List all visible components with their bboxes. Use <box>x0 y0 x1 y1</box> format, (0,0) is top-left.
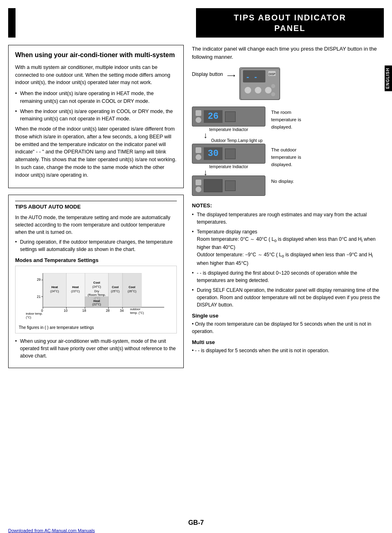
panel-2-icons <box>196 147 201 160</box>
panel-3-number-blank <box>204 179 223 192</box>
auto-mode-para1: In the AUTO mode, the temperature settin… <box>15 214 177 236</box>
svg-text:10: 10 <box>64 309 68 313</box>
multi-system-heading: When using your air-condi-tioner with mu… <box>15 51 177 60</box>
svg-text:Cool: Cool <box>94 281 100 285</box>
download-link[interactable]: Downloaded from AC-Manual.com Manuals <box>8 528 95 533</box>
auto-mode-bullet-2: When using your air-conditioner with mul… <box>15 338 177 360</box>
svg-text:(22°C): (22°C) <box>92 303 101 306</box>
panel-1-temp-label: temperature Indiactor <box>209 127 248 132</box>
panel-2-desc: The outdoor temperature is displayed. <box>271 147 301 168</box>
panel-2-small-box <box>225 149 236 159</box>
chart-note: The figures in ( ) are temperature setti… <box>19 325 173 330</box>
tips-header-box: TIPS ABOUT INDICATOR PANEL <box>196 8 384 38</box>
panel-2-desc-line1: The outdoor <box>271 147 301 153</box>
panel-1-desc-line1: The room <box>271 109 301 115</box>
arrow-to-remote: ⟶ <box>227 72 235 79</box>
svg-text:(24°C): (24°C) <box>50 289 59 293</box>
panel-1-desc: The room temperature is displayed. <box>271 109 301 130</box>
multi-use-text: • - - is displayed for 5 seconds when th… <box>192 347 384 354</box>
multi-system-para1: With a multi system air conditioner, mul… <box>15 64 177 87</box>
notes-bullet-1: The displayed temperatures are rough est… <box>192 211 384 226</box>
panel-1-desc-line3: displayed. <box>271 124 301 130</box>
panel-1-desc-line2: temperature is <box>271 116 301 123</box>
panel-3-box <box>192 175 265 196</box>
panel-2-desc-line3: displayed. <box>271 161 301 168</box>
panel-1-icons <box>196 110 201 123</box>
svg-point-49 <box>265 87 272 93</box>
page-footer: GB-7 <box>0 519 392 526</box>
page: ENGLISH TIPS ABOUT INDICATOR PANEL When … <box>0 0 392 533</box>
single-use-text: • Only the room temperature can be displ… <box>192 320 384 335</box>
auto-mode-bullet-1: During operation, if the outdoor tempera… <box>15 238 177 253</box>
svg-text:(24°C): (24°C) <box>92 285 101 289</box>
header-right: TIPS ABOUT INDICATOR PANEL <box>20 8 384 38</box>
notes-bullet-2: Temperature display ranges Room temperat… <box>192 228 384 267</box>
page-header: TIPS ABOUT INDICATOR PANEL <box>8 8 384 38</box>
svg-point-47 <box>245 87 251 93</box>
left-column: When using your air-condi-tioner with mu… <box>8 45 184 368</box>
multi-system-bullet-1: When the indoor unit(s) is/are operating… <box>15 90 177 105</box>
panel-3-icon-2 <box>196 187 201 192</box>
black-bar-decoration <box>8 8 16 38</box>
main-content: When using your air-condi-tioner with mu… <box>8 45 384 368</box>
auto-mode-title: TIPS ABOUT AUTO MODE <box>15 201 177 210</box>
svg-text:(25°C): (25°C) <box>111 289 120 293</box>
notes-section: NOTES: The displayed temperatures are ro… <box>192 202 384 354</box>
notes-title: NOTES: <box>192 202 384 209</box>
svg-text:Heat: Heat <box>51 286 58 289</box>
panel-3-icon-1 <box>196 180 201 185</box>
panel-2-icon-2 <box>196 154 201 160</box>
svg-text:18: 18 <box>82 309 87 313</box>
panel-1-small-box <box>225 111 236 122</box>
svg-text:Dry: Dry <box>94 289 99 293</box>
right-column: The indicator panel will change each tim… <box>192 45 384 368</box>
panel-3-with-label <box>192 175 265 196</box>
svg-text:34: 34 <box>120 309 124 313</box>
panel-3-desc-line1: No display. <box>271 178 294 184</box>
svg-text:temp. (°C): temp. (°C) <box>130 311 144 315</box>
svg-text:(23°C): (23°C) <box>71 289 80 293</box>
svg-text:Cool: Cool <box>129 286 135 289</box>
page-number: GB-7 <box>188 519 204 526</box>
panel-row-3: No display. <box>192 175 384 196</box>
panel-1-with-label: 26 temperature Indiactor <box>192 107 265 132</box>
panel-1-number: 26 <box>204 110 223 123</box>
tips-title-line1: TIPS ABOUT INDICATOR <box>204 12 376 23</box>
single-use-title: Single use <box>192 313 384 319</box>
svg-text:29: 29 <box>37 278 41 282</box>
english-sidebar-label: ENGLISH <box>385 65 392 91</box>
notes-bullet-4: During SELF CLEAN operation, the indicat… <box>192 286 384 309</box>
multi-system-box: When using your air-condi-tioner with mu… <box>8 45 184 188</box>
multi-use-title: Multi use <box>192 339 384 345</box>
panel-2-icon-1 <box>196 147 201 153</box>
panel-row-1: 26 temperature Indiactor The room temper… <box>192 107 384 132</box>
svg-text:(°C): (°C) <box>26 315 31 319</box>
svg-text:DISP: DISP <box>269 73 276 76</box>
panel-2-temp-label: temperature Indiactor <box>209 164 248 169</box>
svg-point-48 <box>255 87 261 93</box>
outdoor-lamp-label: Outdoor Temp.Lamp light up <box>195 138 263 143</box>
panel-2-number: 30 <box>204 147 223 160</box>
svg-text:- -: - - <box>246 73 258 81</box>
down-arrow-2: ↓ <box>192 168 384 176</box>
remote-control-mockup: - - DISP <box>239 67 280 100</box>
tips-title-line2: PANEL <box>204 23 376 33</box>
panel-3-icons <box>196 180 201 192</box>
svg-point-50 <box>271 84 275 88</box>
panel-2-with-label: Outdoor Temp.Lamp light up 30 temperatur… <box>192 138 265 169</box>
panel-2-box: 30 <box>192 144 265 164</box>
panel-2-desc-line2: temperature is <box>271 154 301 160</box>
svg-text:21: 21 <box>37 295 41 299</box>
svg-text:28: 28 <box>106 309 110 313</box>
multi-system-bullet-2: When the indoor unit(s) is/are operating… <box>15 108 177 123</box>
svg-text:(26°C): (26°C) <box>127 289 136 293</box>
multi-system-para2: When the mode of the indoor unit(s) late… <box>15 125 177 179</box>
notes-bullet-3: - - is displayed during the first about … <box>192 269 384 284</box>
auto-mode-box: TIPS ABOUT AUTO MODE In the AUTO mode, t… <box>8 195 184 368</box>
panel-1-box: 26 <box>192 107 265 127</box>
indicator-section: 26 temperature Indiactor The room temper… <box>192 107 384 196</box>
modes-chart: 0 10 18 28 34 outdoor temp. (°C) 29 21 i… <box>15 266 177 333</box>
panel-3-desc: No display. <box>271 178 294 184</box>
panel-1-icon-2 <box>196 117 201 123</box>
chart-svg: 0 10 18 28 34 outdoor temp. (°C) 29 21 i… <box>19 269 173 322</box>
